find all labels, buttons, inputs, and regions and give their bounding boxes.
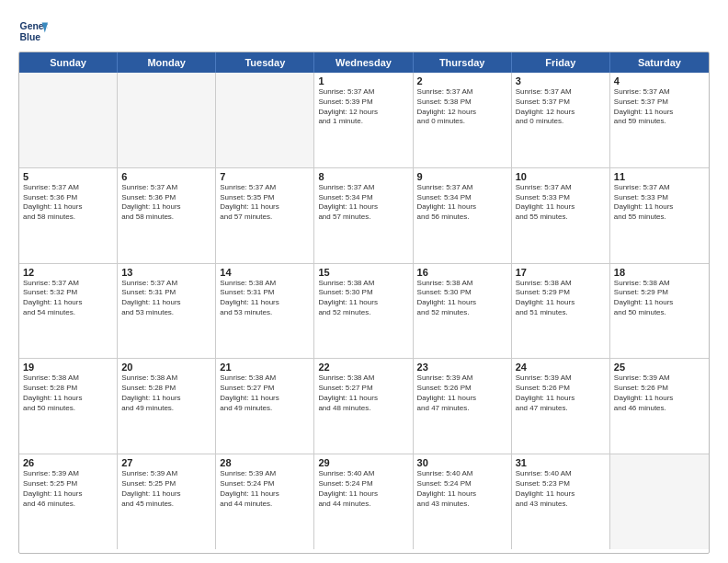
cell-text: Sunrise: 5:38 AM Sunset: 5:28 PM Dayligh… [23, 373, 113, 413]
cell-text: Sunrise: 5:40 AM Sunset: 5:24 PM Dayligh… [318, 469, 408, 509]
calendar-cell: 26Sunrise: 5:39 AM Sunset: 5:25 PM Dayli… [19, 454, 118, 549]
cell-text: Sunrise: 5:37 AM Sunset: 5:38 PM Dayligh… [417, 87, 507, 127]
calendar-cell: 23Sunrise: 5:39 AM Sunset: 5:26 PM Dayli… [414, 359, 512, 454]
calendar-cell [610, 454, 709, 549]
calendar-cell: 17Sunrise: 5:38 AM Sunset: 5:29 PM Dayli… [512, 264, 610, 359]
calendar-cell: 5Sunrise: 5:37 AM Sunset: 5:36 PM Daylig… [19, 168, 118, 263]
day-number: 17 [516, 267, 606, 278]
calendar-row: 26Sunrise: 5:39 AM Sunset: 5:25 PM Dayli… [19, 454, 709, 549]
calendar-cell: 11Sunrise: 5:37 AM Sunset: 5:33 PM Dayli… [610, 168, 709, 263]
day-number: 6 [121, 171, 211, 182]
cell-text: Sunrise: 5:37 AM Sunset: 5:33 PM Dayligh… [614, 183, 705, 223]
cell-text: Sunrise: 5:37 AM Sunset: 5:36 PM Dayligh… [23, 183, 113, 223]
logo: General Blue [18, 17, 48, 46]
calendar-cell [216, 73, 314, 167]
calendar: SundayMondayTuesdayWednesdayThursdayFrid… [18, 52, 710, 554]
calendar-row: 5Sunrise: 5:37 AM Sunset: 5:36 PM Daylig… [19, 168, 709, 264]
svg-text:Blue: Blue [20, 32, 41, 42]
day-number: 29 [318, 457, 408, 468]
calendar-cell: 7Sunrise: 5:37 AM Sunset: 5:35 PM Daylig… [216, 168, 314, 263]
cell-text: Sunrise: 5:37 AM Sunset: 5:37 PM Dayligh… [614, 87, 705, 127]
calendar-cell: 30Sunrise: 5:40 AM Sunset: 5:24 PM Dayli… [414, 454, 512, 549]
calendar-cell: 2Sunrise: 5:37 AM Sunset: 5:38 PM Daylig… [414, 73, 512, 167]
header: General Blue [18, 17, 710, 46]
calendar-cell [19, 73, 118, 167]
calendar-cell: 8Sunrise: 5:37 AM Sunset: 5:34 PM Daylig… [314, 168, 413, 263]
day-number: 23 [417, 362, 507, 373]
calendar-cell: 16Sunrise: 5:38 AM Sunset: 5:30 PM Dayli… [414, 264, 512, 359]
cell-text: Sunrise: 5:37 AM Sunset: 5:37 PM Dayligh… [516, 87, 606, 127]
weekday-header: Monday [118, 52, 216, 73]
calendar-cell: 15Sunrise: 5:38 AM Sunset: 5:30 PM Dayli… [314, 264, 413, 359]
day-number: 2 [417, 75, 507, 86]
day-number: 21 [220, 362, 310, 373]
cell-text: Sunrise: 5:38 AM Sunset: 5:30 PM Dayligh… [417, 279, 507, 318]
calendar-cell: 3Sunrise: 5:37 AM Sunset: 5:37 PM Daylig… [512, 73, 610, 167]
calendar-cell: 27Sunrise: 5:39 AM Sunset: 5:25 PM Dayli… [118, 454, 216, 549]
day-number: 7 [220, 171, 310, 182]
calendar-cell: 13Sunrise: 5:37 AM Sunset: 5:31 PM Dayli… [118, 264, 216, 359]
day-number: 13 [121, 267, 211, 278]
day-number: 16 [417, 267, 507, 278]
cell-text: Sunrise: 5:37 AM Sunset: 5:31 PM Dayligh… [121, 279, 211, 318]
day-number: 25 [614, 362, 705, 373]
cell-text: Sunrise: 5:37 AM Sunset: 5:36 PM Dayligh… [121, 183, 211, 223]
cell-text: Sunrise: 5:38 AM Sunset: 5:31 PM Dayligh… [220, 279, 310, 318]
cell-text: Sunrise: 5:38 AM Sunset: 5:28 PM Dayligh… [121, 373, 211, 413]
cell-text: Sunrise: 5:37 AM Sunset: 5:35 PM Dayligh… [220, 183, 310, 223]
calendar-cell: 24Sunrise: 5:39 AM Sunset: 5:26 PM Dayli… [512, 359, 610, 454]
calendar-cell: 31Sunrise: 5:40 AM Sunset: 5:23 PM Dayli… [512, 454, 610, 549]
cell-text: Sunrise: 5:37 AM Sunset: 5:32 PM Dayligh… [23, 279, 113, 318]
day-number: 5 [23, 171, 113, 182]
calendar-header: SundayMondayTuesdayWednesdayThursdayFrid… [19, 52, 709, 73]
cell-text: Sunrise: 5:37 AM Sunset: 5:34 PM Dayligh… [318, 183, 408, 223]
day-number: 14 [220, 267, 310, 278]
day-number: 10 [516, 171, 606, 182]
cell-text: Sunrise: 5:39 AM Sunset: 5:26 PM Dayligh… [516, 373, 606, 413]
calendar-cell: 25Sunrise: 5:39 AM Sunset: 5:26 PM Dayli… [610, 359, 709, 454]
calendar-cell: 20Sunrise: 5:38 AM Sunset: 5:28 PM Dayli… [118, 359, 216, 454]
day-number: 19 [23, 362, 113, 373]
cell-text: Sunrise: 5:39 AM Sunset: 5:25 PM Dayligh… [121, 469, 211, 509]
weekday-header: Tuesday [216, 52, 314, 73]
weekday-header: Wednesday [314, 52, 413, 73]
cell-text: Sunrise: 5:39 AM Sunset: 5:25 PM Dayligh… [23, 469, 113, 509]
cell-text: Sunrise: 5:40 AM Sunset: 5:23 PM Dayligh… [516, 469, 606, 509]
day-number: 3 [516, 75, 606, 86]
cell-text: Sunrise: 5:39 AM Sunset: 5:26 PM Dayligh… [417, 373, 507, 413]
calendar-cell: 1Sunrise: 5:37 AM Sunset: 5:39 PM Daylig… [314, 73, 413, 167]
day-number: 27 [121, 457, 211, 468]
cell-text: Sunrise: 5:38 AM Sunset: 5:27 PM Dayligh… [220, 373, 310, 413]
cell-text: Sunrise: 5:37 AM Sunset: 5:33 PM Dayligh… [516, 183, 606, 223]
cell-text: Sunrise: 5:38 AM Sunset: 5:29 PM Dayligh… [516, 279, 606, 318]
calendar-cell [118, 73, 216, 167]
day-number: 30 [417, 457, 507, 468]
calendar-cell: 14Sunrise: 5:38 AM Sunset: 5:31 PM Dayli… [216, 264, 314, 359]
day-number: 9 [417, 171, 507, 182]
calendar-cell: 9Sunrise: 5:37 AM Sunset: 5:34 PM Daylig… [414, 168, 512, 263]
calendar-body: 1Sunrise: 5:37 AM Sunset: 5:39 PM Daylig… [19, 73, 709, 549]
calendar-cell: 28Sunrise: 5:39 AM Sunset: 5:24 PM Dayli… [216, 454, 314, 549]
calendar-row: 19Sunrise: 5:38 AM Sunset: 5:28 PM Dayli… [19, 359, 709, 454]
weekday-header: Saturday [610, 52, 709, 73]
calendar-row: 1Sunrise: 5:37 AM Sunset: 5:39 PM Daylig… [19, 73, 709, 168]
weekday-header: Thursday [414, 52, 512, 73]
day-number: 26 [23, 457, 113, 468]
calendar-cell: 18Sunrise: 5:38 AM Sunset: 5:29 PM Dayli… [610, 264, 709, 359]
day-number: 4 [614, 75, 705, 86]
cell-text: Sunrise: 5:38 AM Sunset: 5:30 PM Dayligh… [318, 279, 408, 318]
day-number: 18 [614, 267, 705, 278]
calendar-cell: 10Sunrise: 5:37 AM Sunset: 5:33 PM Dayli… [512, 168, 610, 263]
weekday-header: Sunday [19, 52, 118, 73]
calendar-cell: 29Sunrise: 5:40 AM Sunset: 5:24 PM Dayli… [314, 454, 413, 549]
day-number: 22 [318, 362, 408, 373]
day-number: 11 [614, 171, 705, 182]
cell-text: Sunrise: 5:37 AM Sunset: 5:34 PM Dayligh… [417, 183, 507, 223]
day-number: 24 [516, 362, 606, 373]
calendar-cell: 22Sunrise: 5:38 AM Sunset: 5:27 PM Dayli… [314, 359, 413, 454]
calendar-cell: 4Sunrise: 5:37 AM Sunset: 5:37 PM Daylig… [610, 73, 709, 167]
day-number: 20 [121, 362, 211, 373]
day-number: 28 [220, 457, 310, 468]
day-number: 31 [516, 457, 606, 468]
logo-icon: General Blue [18, 17, 48, 46]
